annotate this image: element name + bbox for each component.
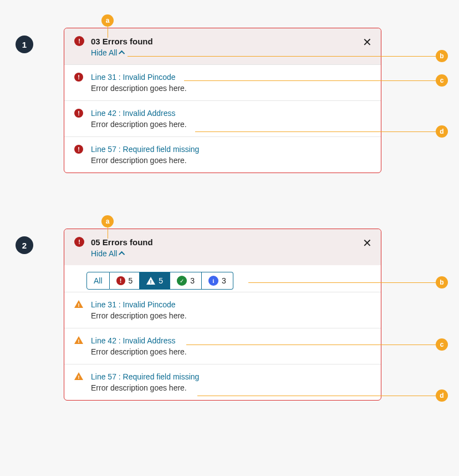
error-description: Error description goes here. xyxy=(91,156,199,165)
hide-all-label: Hide All xyxy=(91,48,117,57)
error-panel: ! 05 Errors found ✕ Hide All All ! 5 ! 5… xyxy=(64,229,381,401)
filter-success-count: 3 xyxy=(190,276,195,285)
filter-error-count: 5 xyxy=(129,276,133,285)
panel-header: ! 05 Errors found ✕ Hide All xyxy=(64,229,381,265)
callout-c: c xyxy=(436,338,448,351)
svg-text:!: ! xyxy=(150,279,152,285)
error-description: Error description goes here. xyxy=(91,383,199,392)
callout-line-d xyxy=(195,131,436,132)
error-description: Error description goes here. xyxy=(91,84,187,93)
svg-text:!: ! xyxy=(78,338,80,344)
hide-all-toggle[interactable]: Hide All xyxy=(91,48,125,57)
panel-header: ! 03 Errors found ✕ Hide All xyxy=(64,28,381,64)
filter-error[interactable]: ! 5 xyxy=(110,272,140,290)
info-icon: i xyxy=(208,276,218,286)
error-panel: ! 03 Errors found ✕ Hide All ! Line 31 :… xyxy=(64,28,381,173)
error-icon: ! xyxy=(74,109,83,118)
warning-icon: ! xyxy=(74,372,83,380)
callout-line-a xyxy=(108,227,108,239)
callout-d: d xyxy=(436,125,448,138)
error-description: Error description goes here. xyxy=(91,120,187,129)
warning-item: ! Line 57 : Required field missing Error… xyxy=(64,364,381,400)
error-description: Error description goes here. xyxy=(91,347,187,356)
error-icon: ! xyxy=(74,36,84,46)
filter-warning[interactable]: ! 5 xyxy=(140,272,170,290)
callout-d: d xyxy=(436,389,448,402)
filter-info[interactable]: i 3 xyxy=(202,272,233,290)
success-icon: ✓ xyxy=(177,276,187,286)
close-button[interactable]: ✕ xyxy=(361,237,373,249)
warning-icon: ! xyxy=(74,300,83,308)
chevron-up-icon xyxy=(119,50,125,57)
callout-line-b xyxy=(248,282,436,283)
panel-title: 03 Errors found xyxy=(91,37,153,46)
error-link[interactable]: Line 57 : Required field missing xyxy=(91,372,199,381)
example-2: 2 a b c d ! 05 Errors found ✕ Hide All A… xyxy=(0,229,459,401)
warning-icon: ! xyxy=(74,336,83,344)
filter-success[interactable]: ✓ 3 xyxy=(170,272,202,290)
step-badge: 1 xyxy=(16,36,33,53)
chevron-up-icon xyxy=(119,251,125,257)
error-link[interactable]: Line 31 : Invalid Pincode xyxy=(91,73,187,82)
error-icon: ! xyxy=(74,237,84,247)
close-button[interactable]: ✕ xyxy=(361,36,373,48)
error-link[interactable]: Line 42 : Invalid Address xyxy=(91,109,187,118)
callout-line-c xyxy=(186,345,436,345)
callout-line-c xyxy=(184,80,436,81)
callout-b: b xyxy=(436,50,448,62)
filter-all[interactable]: All xyxy=(86,272,110,290)
error-item: ! Line 31 : Invalid Pincode Error descri… xyxy=(64,64,381,100)
callout-line-b xyxy=(128,56,436,57)
error-description: Error description goes here. xyxy=(91,311,187,320)
filter-info-count: 3 xyxy=(222,276,226,285)
filter-bar: All ! 5 ! 5 ✓ 3 i 3 xyxy=(86,272,371,290)
callout-line-d xyxy=(197,396,436,396)
callout-line-a xyxy=(108,27,108,38)
error-icon: ! xyxy=(74,145,83,154)
hide-all-toggle[interactable]: Hide All xyxy=(91,249,125,258)
callout-c: c xyxy=(436,74,448,87)
callout-a: a xyxy=(101,14,114,27)
panel-title: 05 Errors found xyxy=(91,237,153,247)
error-item: ! Line 57 : Required field missing Error… xyxy=(64,136,381,173)
filter-warning-count: 5 xyxy=(159,276,163,285)
error-link[interactable]: Line 42 : Invalid Address xyxy=(91,336,187,345)
error-link[interactable]: Line 31 : Invalid Pincode xyxy=(91,300,187,309)
callout-a: a xyxy=(101,215,114,227)
error-icon: ! xyxy=(74,73,83,82)
svg-text:!: ! xyxy=(78,302,80,308)
hide-all-label: Hide All xyxy=(91,249,117,258)
callout-b: b xyxy=(436,276,448,288)
step-badge: 2 xyxy=(16,236,33,254)
example-1: 1 a b c d ! 03 Errors found ✕ Hide All !… xyxy=(0,28,459,173)
warning-item: ! Line 31 : Invalid Pincode Error descri… xyxy=(64,292,381,328)
error-icon: ! xyxy=(116,276,125,285)
error-link[interactable]: Line 57 : Required field missing xyxy=(91,145,199,154)
warning-icon: ! xyxy=(146,277,155,285)
warning-item: ! Line 42 : Invalid Address Error descri… xyxy=(64,328,381,364)
svg-text:!: ! xyxy=(78,374,80,380)
